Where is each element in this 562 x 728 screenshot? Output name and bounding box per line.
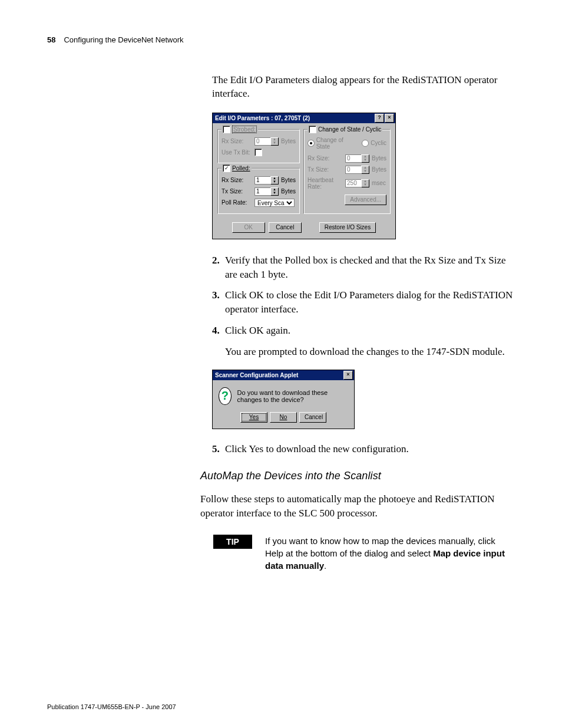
step-4: Click OK again. — [225, 324, 515, 338]
msec-label: msec — [372, 180, 386, 186]
yes-button[interactable]: Yes — [240, 412, 267, 423]
close-icon[interactable]: × — [385, 114, 394, 123]
tip-text: If you want to know how to map the devic… — [265, 535, 515, 572]
bytes-label: Bytes — [281, 177, 296, 183]
hb-label: Heartbeat Rate: — [308, 177, 343, 190]
polled-tx-label: Tx Size: — [222, 188, 252, 195]
cyclic-radio[interactable] — [362, 140, 369, 147]
strobed-checkbox[interactable] — [223, 126, 230, 133]
step-5: Click Yes to download the new configurat… — [225, 442, 515, 456]
step-3: Click OK to close the Edit I/O Parameter… — [225, 288, 515, 317]
no-button[interactable]: No — [270, 412, 297, 423]
cancel-button[interactable]: Cancel — [299, 412, 326, 423]
step-2: Verify that the Polled box is checked an… — [225, 253, 515, 282]
cos-group: Change of State / Cyclic Change of State… — [303, 129, 391, 214]
advanced-button[interactable]: Advanced... — [345, 195, 386, 205]
cos-legend: Change of State / Cyclic — [318, 126, 381, 133]
cos-rx-label: Rx Size: — [308, 155, 343, 162]
bytes-label: Bytes — [372, 166, 386, 173]
polled-legend: Polled: — [232, 165, 250, 172]
page-header: 58 Configuring the DeviceNet Network — [47, 35, 515, 44]
step-4-after: You are prompted to download the changes… — [225, 345, 515, 359]
bytes-label: Bytes — [281, 138, 296, 144]
poll-rate-select[interactable]: Every Scan — [254, 199, 295, 207]
hb-spinner[interactable]: ▲▼ — [345, 179, 369, 187]
dialog2-title: Scanner Configuration Applet — [214, 372, 343, 378]
dialog-title: Edit I/O Parameters : 07, 2705T (2) — [214, 115, 374, 121]
dialog2-titlebar: Scanner Configuration Applet × — [213, 370, 354, 380]
follow-para: Follow these steps to automatically map … — [200, 492, 515, 521]
strobed-legend: Strobed: — [232, 126, 257, 133]
cos-checkbox[interactable] — [309, 126, 316, 133]
restore-io-button[interactable]: Restore I/O Sizes — [319, 222, 376, 233]
page-number: 58 — [47, 35, 55, 44]
poll-rate-label: Poll Rate: — [222, 199, 252, 206]
use-tx-bit-label: Use Tx Bit: — [222, 149, 252, 156]
tip-label: TIP — [213, 535, 252, 549]
chapter-title: Configuring the DeviceNet Network — [64, 35, 183, 44]
strobed-rx-label: Rx Size: — [222, 138, 252, 144]
edit-io-dialog: Edit I/O Parameters : 07, 2705T (2) ? × … — [212, 113, 396, 239]
dialog-titlebar: Edit I/O Parameters : 07, 2705T (2) ? × — [213, 113, 395, 123]
cos-opt1: Change of State — [316, 137, 358, 150]
polled-rx-label: Rx Size: — [222, 177, 252, 183]
cos-opt2: Cyclic — [371, 140, 386, 146]
cancel-button[interactable]: Cancel — [269, 222, 302, 233]
help-icon[interactable]: ? — [375, 114, 384, 123]
bytes-label: Bytes — [372, 155, 386, 162]
scanner-config-dialog: Scanner Configuration Applet × ? Do you … — [212, 370, 355, 429]
publication-footer: Publication 1747-UM655B-EN-P - June 2007 — [47, 703, 176, 710]
use-tx-bit-checkbox[interactable] — [254, 149, 262, 156]
bytes-label: Bytes — [281, 188, 296, 195]
cos-rx-spinner[interactable]: ▲▼ — [345, 154, 369, 163]
automap-heading: AutoMap the Devices into the Scanlist — [200, 470, 515, 482]
intro-text: The Edit I/O Parameters dialog appears f… — [212, 74, 515, 101]
close-icon[interactable]: × — [343, 371, 353, 380]
polled-rx-spinner[interactable]: ▲▼ — [254, 176, 279, 185]
strobed-rx-spinner[interactable]: ▲▼ — [254, 137, 279, 146]
dialog2-message: Do you want to download these changes to… — [237, 389, 348, 403]
cos-radio[interactable] — [308, 140, 315, 147]
polled-group: ✓ Polled: Rx Size: ▲▼ Bytes Tx Size: ▲▼ … — [217, 168, 300, 214]
polled-checkbox[interactable]: ✓ — [223, 164, 230, 172]
question-icon: ? — [219, 387, 232, 405]
polled-tx-spinner[interactable]: ▲▼ — [254, 187, 279, 196]
strobed-group: Strobed: Rx Size: ▲▼ Bytes Use Tx Bit: — [217, 129, 300, 163]
cos-tx-spinner[interactable]: ▲▼ — [345, 166, 369, 174]
cos-tx-label: Tx Size: — [308, 166, 343, 173]
ok-button[interactable]: OK — [232, 222, 265, 233]
